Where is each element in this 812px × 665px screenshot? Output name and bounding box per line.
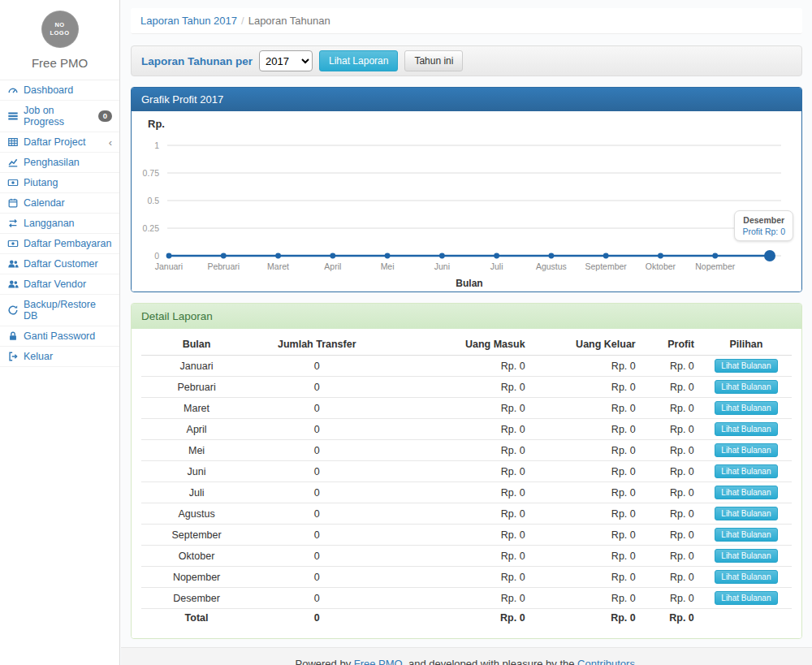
- table-cell: Rp. 0: [532, 546, 642, 567]
- total-cell: 0: [252, 609, 382, 628]
- lihat-bulanan-button[interactable]: Lihat Bulanan: [715, 507, 777, 520]
- dashboard-icon: [7, 84, 19, 96]
- detail-panel-title: Detail Laporan: [132, 304, 801, 329]
- year-filter-bar: Laporan Tahunan per 2017 Lihat Laporan T…: [131, 45, 802, 76]
- content: Laporan Tahun 2017/Laporan Tahunan Lapor…: [121, 0, 812, 639]
- total-cell: Rp. 0: [642, 609, 701, 628]
- lihat-bulanan-button[interactable]: Lihat Bulanan: [715, 359, 777, 373]
- sidebar-item-ganti-password[interactable]: Ganti Password: [0, 326, 119, 347]
- table-cell: Rp. 0: [382, 377, 531, 398]
- line-chart-icon: [7, 157, 19, 168]
- col-header-pilihan: Pilihan: [701, 334, 792, 356]
- lihat-bulanan-button[interactable]: Lihat Bulanan: [715, 380, 777, 394]
- sidebar-item-job-on-progress[interactable]: Job on Progress0: [0, 101, 119, 132]
- table-cell: Rp. 0: [642, 398, 701, 419]
- lihat-laporan-button[interactable]: Lihat Laporan: [319, 50, 398, 71]
- table-cell: 0: [252, 461, 382, 482]
- table-rows: Januari0Rp. 0Rp. 0Rp. 0Lihat BulananPebr…: [141, 356, 792, 628]
- tooltip-value: Profit Rp: 0: [742, 227, 785, 236]
- sidebar-item-label: Calendar: [24, 197, 65, 209]
- sidebar-item-daftar-pembayaran[interactable]: Daftar Pembayaran: [0, 234, 119, 254]
- sidebar-item-calendar[interactable]: Calendar: [0, 193, 119, 214]
- lihat-bulanan-button[interactable]: Lihat Bulanan: [715, 570, 777, 584]
- lihat-bulanan-button[interactable]: Lihat Bulanan: [715, 549, 777, 563]
- sidebar-item-backup-restore-db[interactable]: Backup/Restore DB: [0, 295, 119, 326]
- svg-text:1: 1: [154, 140, 159, 150]
- users-icon: [7, 258, 19, 270]
- footer: Powered by Free PMO, and developed with …: [121, 647, 812, 665]
- table-row: September0Rp. 0Rp. 0Rp. 0Lihat Bulanan: [141, 525, 792, 546]
- table-cell: Rp. 0: [532, 503, 642, 525]
- free-pmo-link[interactable]: Free PMO: [354, 658, 403, 665]
- sidebar-item-keluar[interactable]: Keluar: [0, 347, 119, 367]
- svg-text:April: April: [324, 261, 341, 271]
- contributors-link[interactable]: Contributors.: [577, 658, 637, 665]
- tasks-icon: [7, 110, 19, 122]
- lihat-bulanan-button[interactable]: Lihat Bulanan: [715, 591, 777, 605]
- lihat-bulanan-button[interactable]: Lihat Bulanan: [715, 486, 777, 499]
- table-cell: 0: [252, 525, 382, 546]
- chart-panel-body: Rp. 00.250.50.751JanuariPebruariMaretApr…: [132, 111, 801, 291]
- table-cell: 0: [252, 588, 382, 609]
- lihat-bulanan-button[interactable]: Lihat Bulanan: [715, 464, 777, 478]
- table-cell: Rp. 0: [642, 525, 701, 546]
- lihat-bulanan-button[interactable]: Lihat Bulanan: [715, 528, 777, 542]
- profit-line-chart[interactable]: 00.250.50.751JanuariPebruariMaretAprilMe…: [141, 116, 791, 290]
- lihat-bulanan-button[interactable]: Lihat Bulanan: [715, 443, 777, 457]
- table-cell: Rp. 0: [532, 567, 642, 588]
- sidebar-item-daftar-project[interactable]: Daftar Project‹: [0, 132, 119, 153]
- svg-text:Pebruari: Pebruari: [207, 261, 240, 271]
- sidebar-item-piutang[interactable]: Piutang: [0, 173, 119, 193]
- svg-text:September: September: [585, 261, 627, 271]
- table-cell: Rp. 0: [532, 588, 642, 609]
- sidebar-item-label: Job on Progress: [24, 105, 93, 127]
- table-cell: Rp. 0: [642, 482, 701, 503]
- table-cell: Agustus: [141, 503, 252, 525]
- year-select[interactable]: 2017: [259, 50, 313, 71]
- table-cell: Rp. 0: [642, 461, 701, 482]
- table-cell: Rp. 0: [532, 398, 642, 419]
- table-row: Juli0Rp. 0Rp. 0Rp. 0Lihat Bulanan: [141, 482, 792, 503]
- svg-text:Agustus: Agustus: [536, 261, 567, 271]
- table-icon: [7, 136, 19, 148]
- lihat-bulanan-button[interactable]: Lihat Bulanan: [715, 401, 777, 415]
- table-row: Pebruari0Rp. 0Rp. 0Rp. 0Lihat Bulanan: [141, 377, 792, 398]
- lihat-bulanan-button[interactable]: Lihat Bulanan: [715, 422, 777, 436]
- sidebar-item-langganan[interactable]: Langganan: [0, 214, 119, 234]
- sidebar-item-label: Penghasilan: [24, 157, 80, 168]
- total-cell: Total: [141, 609, 252, 628]
- total-row: Total0Rp. 0Rp. 0Rp. 0: [141, 609, 792, 628]
- laporan-table: BulanJumlah TransferUang MasukUang Kelua…: [141, 334, 792, 627]
- breadcrumb-link-laporan-tahun[interactable]: Laporan Tahun 2017: [140, 15, 237, 27]
- table-cell: 0: [252, 546, 382, 567]
- tahun-ini-button[interactable]: Tahun ini: [404, 50, 463, 71]
- svg-text:0.75: 0.75: [143, 168, 160, 178]
- sidebar-nav: DashboardJob on Progress0Daftar Project‹…: [0, 80, 119, 367]
- table-row: Oktober0Rp. 0Rp. 0Rp. 0Lihat Bulanan: [141, 546, 792, 567]
- total-cell: Rp. 0: [382, 609, 531, 628]
- sign-out-icon: [7, 351, 19, 362]
- year-filter-label: Laporan Tahunan per: [141, 55, 253, 67]
- sidebar-item-dashboard[interactable]: Dashboard: [0, 80, 119, 101]
- svg-text:Bulan: Bulan: [456, 278, 482, 289]
- sidebar-item-penghasilan[interactable]: Penghasilan: [0, 153, 119, 173]
- breadcrumb-separator: /: [241, 15, 244, 27]
- table-cell: Rp. 0: [382, 440, 531, 461]
- table-cell: Desember: [141, 588, 252, 609]
- table-cell: Rp. 0: [382, 503, 531, 525]
- table-cell: Rp. 0: [532, 440, 642, 461]
- svg-text:Juni: Juni: [434, 261, 450, 271]
- table-row: Nopember0Rp. 0Rp. 0Rp. 0Lihat Bulanan: [141, 567, 792, 588]
- table-cell: Rp. 0: [532, 461, 642, 482]
- sidebar-item-label: Daftar Vendor: [24, 279, 86, 290]
- count-badge: 0: [98, 110, 112, 122]
- svg-text:0.25: 0.25: [143, 223, 160, 233]
- svg-text:Januari: Januari: [155, 261, 183, 271]
- main-area: Laporan Tahun 2017/Laporan Tahunan Lapor…: [121, 0, 812, 665]
- table-row: Agustus0Rp. 0Rp. 0Rp. 0Lihat Bulanan: [141, 503, 792, 525]
- table-cell: Rp. 0: [532, 377, 642, 398]
- table-cell: Rp. 0: [382, 398, 531, 419]
- table-cell: Rp. 0: [642, 567, 701, 588]
- sidebar-item-daftar-vendor[interactable]: Daftar Vendor: [0, 274, 119, 295]
- sidebar-item-daftar-customer[interactable]: Daftar Customer: [0, 254, 119, 274]
